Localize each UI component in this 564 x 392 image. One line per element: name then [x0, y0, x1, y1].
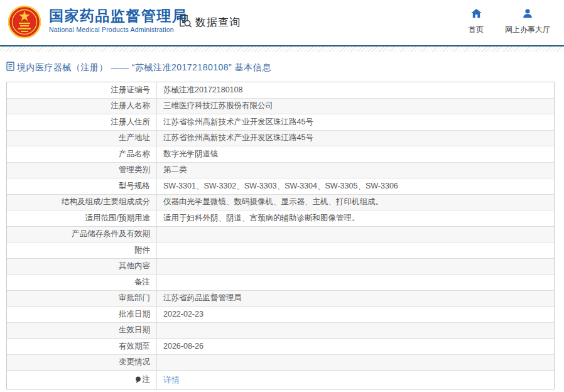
row-value: 苏械注准20172180108	[157, 82, 554, 98]
row-value: 江苏省徐州高新技术产业开发区珠江路45号	[157, 114, 554, 130]
row-value: 2022-02-23	[157, 307, 554, 322]
page-title: 境内医疗器械（注册） —— “苏械注准20172180108” 基本信息	[17, 62, 271, 74]
table-row: 注册人住所江苏省徐州高新技术产业开发区珠江路45号	[7, 114, 554, 131]
row-value: SW-3301、SW-3302、SW-3303、SW-3304、SW-3305、…	[157, 178, 554, 194]
national-emblem-icon	[8, 5, 41, 39]
document-search-icon	[178, 14, 192, 31]
row-value: 江苏省药品监督管理局	[157, 291, 554, 307]
nav-item-home[interactable]: 首页	[469, 9, 484, 35]
row-value: 适用于妇科外阴、阴道、宫颈病的辅助诊断和图像管理。	[157, 210, 554, 226]
nav-item-service-hall[interactable]: 网上办事大厅	[505, 9, 550, 35]
breadcrumb: 境内医疗器械（注册） —— “苏械注准20172180108” 基本信息	[6, 62, 564, 74]
table-row: 适用范围/预期用途适用于妇科外阴、阴道、宫颈病的辅助诊断和图像管理。	[7, 210, 554, 227]
row-label: 结构及组成/主要组成成分	[7, 195, 157, 210]
row-label: 备注	[7, 275, 157, 290]
detail-link[interactable]: 详情	[163, 374, 180, 386]
table-row: 变更情况	[7, 355, 554, 371]
table-row: 型号规格SW-3301、SW-3302、SW-3303、SW-3304、SW-3…	[7, 178, 554, 195]
table-row: 审批部门江苏省药品监督管理局	[7, 291, 554, 307]
table-row: 注册证编号苏械注准20172180108	[7, 82, 554, 99]
table-row: 批准日期2022-02-23	[7, 307, 554, 323]
row-label: 批准日期	[7, 307, 157, 322]
page-header: 国家药品监督管理局 National Medical Products Admi…	[0, 0, 564, 45]
table-row: 产品储存条件及有效期	[7, 227, 554, 243]
table-row: 产品名称数字光学阴道镜	[7, 146, 554, 163]
org-name-en: National Medical Products Administration	[49, 26, 188, 33]
table-row: 有效期至2026-08-26	[7, 339, 554, 355]
document-icon	[6, 62, 14, 74]
row-label: 产品名称	[7, 146, 157, 162]
nav-label-home: 首页	[469, 24, 484, 35]
table-row: 注详情	[7, 371, 554, 389]
table-row: 注册人名称三维医疗科技江苏股份有限公司	[7, 99, 554, 115]
data-query-label: 数据查询	[195, 15, 241, 30]
table-row: 生效日期	[7, 323, 554, 339]
row-value: 2026-08-26	[157, 339, 554, 354]
row-value	[157, 242, 554, 258]
row-label: 其他内容	[7, 259, 157, 275]
row-value: 江苏省徐州高新技术产业开发区珠江路45号	[157, 131, 554, 146]
user-icon	[523, 9, 533, 21]
row-label: 管理类别	[7, 163, 157, 178]
row-value	[157, 355, 554, 371]
row-value: 数字光学阴道镜	[157, 146, 554, 162]
table-row: 其他内容	[7, 259, 554, 275]
hatch-strip	[0, 46, 564, 52]
home-icon	[471, 9, 482, 21]
site-title: 国家药品监督管理局 National Medical Products Admi…	[49, 8, 188, 33]
table-row: 备注	[7, 275, 554, 291]
row-label: 审批部门	[7, 291, 157, 307]
row-label: 注	[7, 371, 157, 389]
row-label: 型号规格	[7, 178, 157, 194]
row-label: 生产地址	[7, 131, 157, 146]
row-value	[157, 227, 554, 242]
top-nav: 首页 网上办事大厅	[469, 9, 550, 35]
row-value: 详情	[157, 371, 554, 389]
org-name-cn: 国家药品监督管理局	[49, 8, 188, 24]
row-value	[157, 275, 554, 290]
row-value	[157, 323, 554, 339]
row-value: 三维医疗科技江苏股份有限公司	[157, 99, 554, 114]
nav-label-service-hall: 网上办事大厅	[505, 24, 550, 35]
info-table: 注册证编号苏械注准20172180108注册人名称三维医疗科技江苏股份有限公司注…	[6, 82, 555, 389]
table-row: 结构及组成/主要组成成分仪器由光学显微镜、数码摄像机、显示器、主机、打印机组成。	[7, 195, 554, 211]
row-label: 生效日期	[7, 323, 157, 339]
row-label: 注册人名称	[7, 99, 157, 114]
row-value: 第二类	[157, 163, 554, 178]
row-label: 变更情况	[7, 355, 157, 371]
row-label: 产品储存条件及有效期	[7, 227, 157, 242]
table-row: 生产地址江苏省徐州高新技术产业开发区珠江路45号	[7, 131, 554, 147]
row-label: 附件	[7, 242, 157, 258]
row-value	[157, 259, 554, 275]
pin-icon	[135, 376, 141, 384]
table-row: 附件	[7, 242, 554, 259]
row-label: 注册人住所	[7, 114, 157, 130]
table-row: 管理类别第二类	[7, 163, 554, 179]
row-label: 注册证编号	[7, 82, 157, 98]
row-label: 适用范围/预期用途	[7, 210, 157, 226]
row-value: 仪器由光学显微镜、数码摄像机、显示器、主机、打印机组成。	[157, 195, 554, 210]
row-label: 有效期至	[7, 339, 157, 354]
data-query-tab[interactable]: 数据查询	[178, 14, 241, 31]
